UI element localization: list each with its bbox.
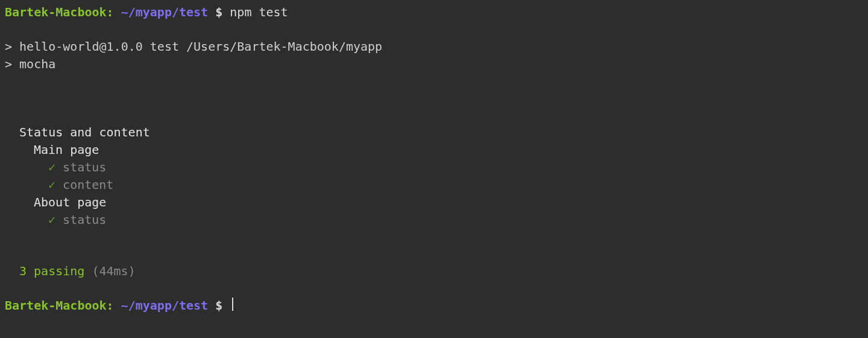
prompt-line-2[interactable]: Bartek-Macbook: ~/myapp/test $	[5, 297, 863, 314]
test-case-status-1: ✓ status	[5, 159, 863, 176]
passing-time: (44ms)	[92, 264, 135, 278]
blank-line	[5, 229, 863, 246]
prompt-path: ~/myapp/test	[114, 5, 216, 19]
prompt-dollar: $	[215, 5, 230, 19]
test-group-about: About page	[5, 194, 863, 211]
check-icon: ✓	[48, 160, 55, 174]
summary-line: 3 passing (44ms)	[5, 263, 863, 280]
test-group-main: Main page	[5, 141, 863, 159]
check-icon: ✓	[48, 177, 55, 192]
prompt-path: ~/myapp/test	[114, 298, 216, 313]
blank-line	[5, 280, 863, 297]
prompt-host: Bartek-Macbook:	[5, 5, 114, 19]
blank-line	[5, 90, 863, 107]
passing-count: 3 passing	[19, 264, 92, 278]
prompt-dollar: $	[215, 298, 230, 313]
blank-line	[5, 73, 863, 90]
test-label: status	[55, 160, 106, 174]
blank-line	[5, 246, 863, 263]
prompt-host: Bartek-Macbook:	[5, 298, 114, 313]
test-label: status	[55, 212, 106, 227]
test-case-status-2: ✓ status	[5, 211, 863, 229]
npm-output-line-2: > mocha	[5, 56, 863, 73]
cursor	[232, 298, 233, 311]
command-text: npm test	[230, 5, 288, 19]
blank-line	[5, 107, 863, 124]
test-case-content: ✓ content	[5, 176, 863, 194]
test-suite: Status and content	[5, 124, 863, 141]
check-icon: ✓	[48, 212, 55, 227]
npm-output-line-1: > hello-world@1.0.0 test /Users/Bartek-M…	[5, 38, 863, 56]
test-label: content	[55, 177, 113, 192]
blank-line	[5, 21, 863, 38]
prompt-line-1: Bartek-Macbook: ~/myapp/test $ npm test	[5, 4, 863, 21]
